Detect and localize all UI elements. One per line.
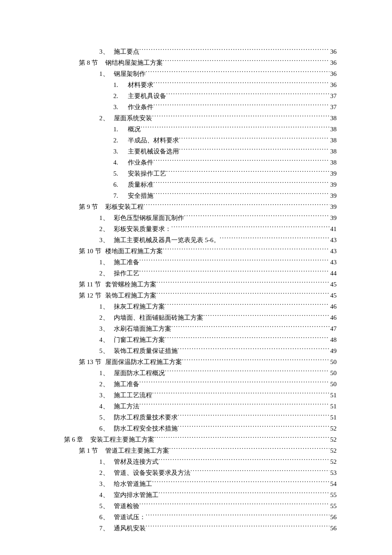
- toc-entry-page: 50: [329, 379, 337, 390]
- toc-entry: 4、室内排水管施工55: [64, 489, 337, 500]
- toc-entry-page: 53: [329, 467, 337, 478]
- toc-entry-label: 楼地面工程施工方案: [105, 246, 163, 257]
- toc-entry-number: 第 12 节: [79, 290, 105, 301]
- toc-leader-dots: [146, 513, 329, 519]
- toc-leader-dots: [165, 302, 329, 309]
- toc-leader-dots: [178, 347, 329, 353]
- toc-leader-dots: [203, 313, 329, 320]
- toc-entry-label: 施工主要机械及器具一览表见表 5-6。: [114, 234, 220, 246]
- toc-entry: 5、装饰工程质量保证措施49: [64, 345, 337, 356]
- toc-entry-label: 彩板安装工程: [105, 201, 144, 212]
- toc-entry-label: 材料要求: [128, 79, 153, 90]
- toc-entry-number: 3.: [113, 101, 128, 113]
- toc-entry-number: 2、: [99, 268, 114, 279]
- toc-leader-dots: [182, 358, 329, 364]
- toc-entry: 1、钢屋架制作36: [64, 68, 337, 79]
- toc-leader-dots: [139, 258, 329, 264]
- toc-entry: 1、抹灰工程施工方案46: [64, 301, 337, 312]
- toc-container: 3、施工要点36第 8 节钢结构屋架施工方案361、钢屋架制作361.材料要求3…: [64, 46, 337, 534]
- toc-entry-page: 38: [329, 135, 337, 146]
- toc-entry-label: 半成品、材料要求: [128, 135, 179, 146]
- toc-leader-dots: [178, 413, 329, 419]
- toc-entry-label: 水刷石墙面施工方案: [114, 323, 171, 334]
- toc-entry-number: 2、: [99, 223, 114, 234]
- toc-entry: 1、施工准备43: [64, 257, 337, 268]
- toc-entry-number: 1、: [99, 367, 114, 379]
- toc-entry-label: 主要机械设备选用: [128, 146, 179, 157]
- toc-entry: 第 8 节钢结构屋架施工方案36: [64, 57, 337, 68]
- toc-entry-label: 主要机具设备: [128, 90, 166, 101]
- toc-entry-page: 44: [329, 268, 337, 279]
- toc-leader-dots: [152, 114, 329, 120]
- toc-entry-label: 安装工程主要施工方案: [90, 434, 154, 445]
- toc-entry-label: 施工准备: [114, 379, 139, 390]
- toc-leader-dots: [165, 369, 329, 375]
- toc-entry-number: 5、: [99, 345, 114, 356]
- toc-entry-label: 施工工艺流程: [114, 390, 152, 401]
- toc-leader-dots: [153, 103, 329, 109]
- toc-entry-label: 门窗工程施工方案: [114, 334, 165, 345]
- toc-entry: 3.作业条件37: [64, 101, 337, 113]
- toc-entry-page: 38: [329, 124, 337, 135]
- toc-entry-page: 49: [329, 345, 337, 356]
- toc-entry-page: 48: [329, 334, 337, 345]
- toc-entry-label: 套管螺栓施工方案: [105, 279, 156, 290]
- toc-entry-page: 47: [329, 323, 337, 334]
- toc-entry: 3、施工主要机械及器具一览表见表 5-6。43: [64, 234, 337, 246]
- toc-entry-page: 56: [329, 523, 337, 534]
- toc-entry-number: 1.: [113, 79, 128, 90]
- toc-entry-page: 39: [329, 168, 337, 179]
- toc-leader-dots: [156, 280, 329, 286]
- toc-entry-label: 施工准备: [114, 257, 139, 268]
- toc-entry-number: 5.: [113, 168, 128, 179]
- toc-entry-page: 36: [329, 68, 337, 79]
- toc-entry-number: 1.: [113, 124, 128, 135]
- toc-entry-number: 1、: [99, 301, 114, 312]
- toc-entry: 4、门窗工程施工方案48: [64, 334, 337, 345]
- toc-entry-number: 2、: [99, 467, 114, 478]
- toc-entry: 第 10 节楼地面工程施工方案43: [64, 246, 337, 257]
- toc-entry: 第 9 节彩板安装工程39: [64, 201, 337, 212]
- toc-entry: 1、彩色压型钢板屋面瓦制作39: [64, 212, 337, 223]
- toc-entry-label: 通风机安装: [114, 523, 146, 534]
- toc-entry: 2、施工准备50: [64, 379, 337, 390]
- toc-entry: 2.半成品、材料要求38: [64, 135, 337, 146]
- toc-entry-number: 4、: [99, 401, 114, 412]
- toc-entry-label: 操作工艺: [114, 268, 139, 279]
- toc-entry-label: 装饰工程施工方案: [105, 290, 156, 301]
- toc-leader-dots: [144, 202, 329, 209]
- toc-entry-label: 防水工程安全技术措施: [114, 423, 178, 434]
- toc-entry-label: 屋面保温防水工程施工方案: [105, 356, 182, 367]
- toc-entry: 第 12 节装饰工程施工方案45: [64, 290, 337, 301]
- toc-leader-dots: [139, 502, 329, 508]
- toc-leader-dots: [139, 47, 329, 54]
- toc-entry-page: 46: [329, 301, 337, 312]
- toc-leader-dots: [152, 391, 329, 397]
- toc-entry-label: 屋面系统安装: [114, 113, 152, 124]
- toc-entry-label: 内墙面、柱面铺贴面砖施工方案: [114, 312, 203, 323]
- toc-entry-number: 1、: [99, 456, 114, 467]
- toc-entry-page: 36: [329, 79, 337, 90]
- toc-entry-number: 第 10 节: [79, 246, 105, 257]
- toc-entry-page: 45: [329, 290, 337, 301]
- toc-entry-number: 4、: [99, 334, 114, 345]
- toc-entry: 2、操作工艺44: [64, 268, 337, 279]
- toc-leader-dots: [163, 247, 329, 253]
- toc-entry-label: 防水工程质量技术要求: [114, 412, 178, 423]
- toc-entry-page: 50: [329, 367, 337, 379]
- toc-entry: 2、管道、设备安装要求及方法53: [64, 467, 337, 478]
- toc-entry-label: 作业条件: [128, 101, 153, 113]
- toc-leader-dots: [190, 468, 329, 475]
- toc-entry-page: 52: [329, 434, 337, 445]
- toc-entry-number: 3、: [99, 323, 114, 334]
- toc-entry: 7、通风机安装56: [64, 523, 337, 534]
- toc-leader-dots: [146, 69, 329, 76]
- toc-entry-number: 2、: [99, 379, 114, 390]
- toc-leader-dots: [141, 125, 329, 131]
- toc-entry-label: 管道检验: [114, 500, 139, 512]
- toc-entry-label: 彩色压型钢板屋面瓦制作: [114, 212, 184, 223]
- toc-entry-number: 5、: [99, 412, 114, 423]
- toc-entry-page: 50: [329, 356, 337, 367]
- toc-entry-page: 37: [329, 101, 337, 113]
- toc-entry-page: 43: [329, 234, 337, 246]
